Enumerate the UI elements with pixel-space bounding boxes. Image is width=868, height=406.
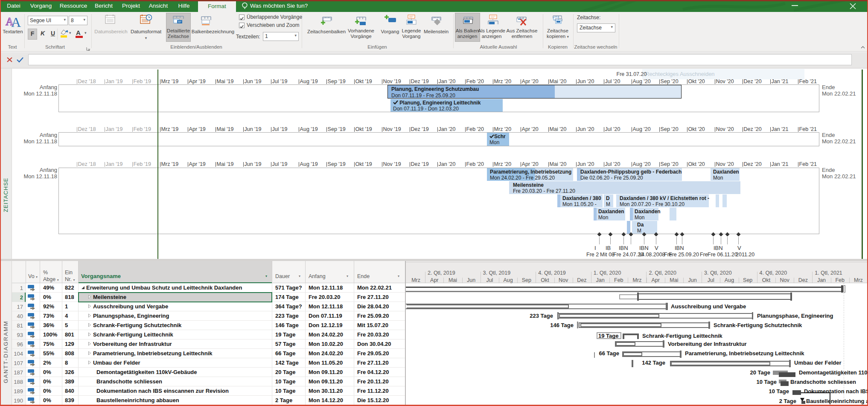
svg-text:A: A xyxy=(76,29,81,36)
svg-text:A: A xyxy=(11,14,21,28)
